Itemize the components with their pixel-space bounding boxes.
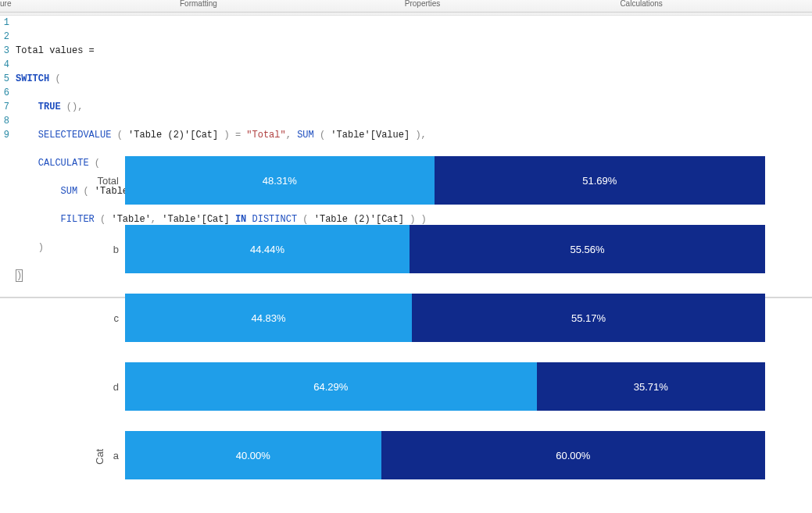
bar-track: 48.31% 51.69% <box>125 156 765 205</box>
line-gutter: 1 2 3 4 5 6 7 8 9 <box>0 16 11 142</box>
bar-row-b[interactable]: b 44.44% 55.56% <box>125 225 765 273</box>
bar-label: b <box>78 244 119 255</box>
bar-segment-series1[interactable]: 64.29% <box>125 362 537 411</box>
bar-segment-series2[interactable]: 55.56% <box>410 225 765 273</box>
bar-label: c <box>78 312 119 324</box>
bar-value-label: 55.17% <box>571 312 606 324</box>
bar-label: d <box>78 381 119 393</box>
bar-row-a[interactable]: a 40.00% 60.00% <box>125 431 765 479</box>
stacked-bar-chart[interactable]: Total 48.31% 51.69% b 44.44% 55.56% c 44… <box>125 156 765 513</box>
bar-track: 44.44% 55.56% <box>125 225 765 273</box>
ribbon-tab-calculations[interactable]: Calculations <box>573 0 709 8</box>
bar-track: 40.00% 60.00% <box>125 431 765 479</box>
code-line-2[interactable]: SWITCH ( <box>14 72 812 86</box>
bar-row-c[interactable]: c 44.83% 55.17% <box>125 294 765 342</box>
bar-segment-series1[interactable]: 44.83% <box>125 294 412 342</box>
bar-segment-series1[interactable]: 44.44% <box>125 225 410 273</box>
bar-segment-series1[interactable]: 40.00% <box>125 431 381 479</box>
chart-area: Cat Total 48.31% 51.69% b 44.44% 55.56% … <box>0 148 812 513</box>
bar-value-label: 48.31% <box>263 175 297 187</box>
bar-value-label: 55.56% <box>570 244 604 255</box>
bar-row-total[interactable]: Total 48.31% 51.69% <box>125 156 765 205</box>
bar-value-label: 35.71% <box>634 381 668 393</box>
ribbon-tab-structure[interactable]: ure <box>0 0 47 8</box>
bar-track: 64.29% 35.71% <box>125 362 765 411</box>
bar-segment-series2[interactable]: 51.69% <box>435 156 765 205</box>
code-line-1[interactable]: Total values = <box>14 44 812 58</box>
bar-value-label: 51.69% <box>582 175 617 187</box>
bar-label: a <box>78 450 119 461</box>
ribbon-tab-formatting[interactable]: Formatting <box>133 0 264 8</box>
ribbon-tabs: ure Formatting Properties Calculations <box>0 0 812 12</box>
bar-track: 44.83% 55.17% <box>125 294 765 342</box>
bar-value-label: 44.83% <box>252 312 286 324</box>
bar-label: Total <box>78 175 119 187</box>
bar-segment-series1[interactable]: 48.31% <box>125 156 435 205</box>
ribbon-tab-properties[interactable]: Properties <box>358 0 488 8</box>
bar-value-label: 44.44% <box>250 244 284 255</box>
bar-segment-series2[interactable]: 35.71% <box>537 362 765 411</box>
code-line-4[interactable]: SELECTEDVALUE ( 'Table (2)'[Cat] ) = "To… <box>14 128 812 142</box>
code-line-3[interactable]: TRUE (), <box>14 100 812 114</box>
bar-segment-series2[interactable]: 60.00% <box>381 431 765 479</box>
bar-row-d[interactable]: d 64.29% 35.71% <box>125 362 765 411</box>
bar-value-label: 60.00% <box>556 450 590 461</box>
bar-value-label: 40.00% <box>236 450 270 461</box>
bar-value-label: 64.29% <box>313 381 348 393</box>
bar-segment-series2[interactable]: 55.17% <box>412 294 765 342</box>
